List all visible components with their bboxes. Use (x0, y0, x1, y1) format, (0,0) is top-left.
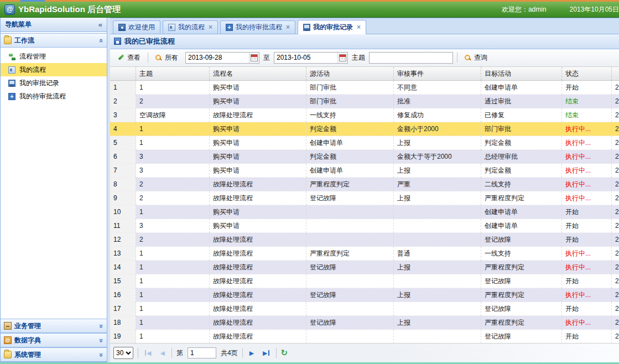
column-header-1[interactable]: 流程名 (210, 67, 306, 80)
table-row[interactable]: 171故障处理流程登记故障开始2 (110, 302, 619, 316)
table-row[interactable]: 101购买申请创建申请单开始2 (110, 205, 619, 219)
toolbar-separator (457, 53, 457, 63)
column-header-2[interactable]: 源活动 (306, 67, 394, 80)
table-row[interactable]: 141故障处理流程登记故障上报严重程度判定执行中...2 (110, 261, 619, 274)
table-row[interactable]: 3空调故障故障处理流程一线支持修复成功已修复结束2 (110, 108, 619, 122)
chevron-up-icon[interactable]: « (97, 38, 106, 42)
sidebar-item-label: 我的待审批流程 (19, 92, 66, 101)
clipped-date-cell: 2 (612, 81, 619, 95)
cell-4: 一线支持 (481, 247, 562, 261)
row-number-cell: 16 (110, 288, 136, 302)
accordion-panel-label: 数据字典 (14, 336, 41, 345)
column-header-0[interactable]: 主题 (136, 67, 210, 80)
page-size-select[interactable]: 30 (113, 347, 133, 359)
table-row[interactable]: 51购买申请创建申请单上报判定金额执行中...2 (110, 136, 619, 150)
sidebar-item-3[interactable]: 我的待审批流程 (1, 90, 107, 103)
tab-3[interactable]: 我的审批记录× (298, 20, 366, 34)
table-row[interactable]: 181故障处理流程登记故障上报严重程度判定执行中...2 (110, 316, 619, 330)
cell-3 (394, 330, 481, 343)
close-icon[interactable]: × (357, 23, 361, 31)
table-row[interactable]: 73购买申请创建申请单上报判定金额执行中...2 (110, 164, 619, 178)
sidebar-item-0[interactable]: 流程管理 (1, 50, 107, 63)
cell-4: 判定金额 (481, 136, 562, 150)
row-number-cell: 3 (110, 108, 136, 122)
date-from-trigger[interactable] (249, 53, 259, 63)
prev-page-button[interactable]: ◀ (158, 350, 167, 357)
app-logo-icon: @ (4, 4, 15, 15)
refresh-icon[interactable]: ↻ (281, 349, 288, 357)
tab-1[interactable]: 我的流程× (163, 20, 218, 34)
cell-3 (394, 302, 481, 316)
gear-icon (118, 24, 126, 31)
cell-0: 1 (136, 316, 210, 330)
table-row[interactable]: 161故障处理流程登记故障上报严重程度判定执行中...2 (110, 288, 619, 302)
all-button-label: 所有 (165, 53, 178, 63)
cell-3: 不同意 (394, 81, 481, 95)
chevron-down-icon[interactable]: » (97, 324, 106, 327)
cell-2: 严重程度判定 (306, 247, 394, 261)
grid-panel-title: 我的已审批流程 (124, 37, 175, 46)
welcome-text: 欢迎您：admin (502, 5, 547, 14)
close-icon[interactable]: × (286, 23, 290, 31)
table-row[interactable]: 11购买申请部门审批不同意创建申请单开始2 (110, 81, 619, 95)
last-page-button[interactable]: ▶ (261, 350, 271, 357)
row-number-cell: 11 (110, 219, 136, 233)
accordion-panel-0[interactable]: 业务管理» (1, 319, 107, 333)
close-icon[interactable]: × (209, 23, 212, 31)
first-page-button[interactable]: ◀ (143, 350, 153, 357)
cell-1: 故障处理流程 (210, 288, 306, 302)
cell-4: 创建申请单 (481, 81, 562, 95)
date-to-input[interactable] (274, 54, 337, 61)
column-header-4[interactable]: 目标活动 (481, 67, 562, 80)
accordion-panel-1[interactable]: 数据字典» (1, 333, 107, 347)
table-row[interactable]: 63购买申请判定金额金额大于等于2000总经理审批执行中...2 (110, 150, 619, 164)
row-number-cell: 4 (110, 122, 136, 136)
cell-4: 严重程度判定 (481, 288, 562, 302)
folder-icon (4, 351, 12, 358)
clipped-date-cell: 2 (612, 330, 619, 343)
column-header-3[interactable]: 审核事件 (394, 67, 481, 80)
clipped-date-cell: 2 (612, 122, 619, 136)
table-row[interactable]: 151故障处理流程登记故障开始2 (110, 274, 619, 288)
cell-3: 金额小于2000 (394, 122, 481, 136)
table-row[interactable]: 22购买申请部门审批批准通过审批结束2 (110, 95, 619, 108)
table-row[interactable]: 82故障处理流程严重程度判定严重二线支持执行中...2 (110, 178, 619, 191)
view-button[interactable]: 查看 (114, 51, 144, 64)
search-icon (155, 54, 162, 61)
cell-2: 判定金额 (306, 122, 394, 136)
table-row[interactable]: 131故障处理流程严重程度判定普通一线支持执行中...2 (110, 247, 619, 261)
chevron-down-icon[interactable]: » (97, 352, 106, 356)
calendar-icon (339, 54, 346, 61)
all-button[interactable]: 所有 (152, 51, 181, 64)
cell-3: 上报 (394, 136, 481, 150)
date-from-input[interactable] (186, 54, 249, 61)
cell-0: 1 (136, 261, 210, 274)
table-row[interactable]: 191故障处理流程登记故障开始2 (110, 330, 619, 343)
cell-4: 登记故障 (481, 302, 562, 316)
cell-1: 购买申请 (210, 150, 306, 164)
cell-1: 故障处理流程 (210, 330, 306, 343)
accordion-panel-2[interactable]: 系统管理» (1, 347, 107, 362)
browser-tab-remnant (20, 0, 45, 2)
tab-2[interactable]: 我的待审批流程× (220, 20, 295, 34)
page-number-input[interactable] (188, 347, 216, 358)
subject-input[interactable] (369, 52, 453, 64)
cell-1: 故障处理流程 (210, 108, 306, 122)
chevron-down-icon[interactable]: » (97, 338, 106, 342)
cell-1: 购买申请 (210, 136, 306, 150)
table-row[interactable]: 122故障处理流程登记故障开始2 (110, 233, 619, 247)
table-row[interactable]: 41购买申请判定金额金额小于2000部门审批执行中...2 (110, 122, 619, 136)
query-button[interactable]: 查询 (461, 51, 491, 64)
sidebar-item-2[interactable]: 我的审批记录 (1, 76, 107, 90)
sidebar-collapse-icon[interactable]: « (98, 20, 102, 29)
table-row[interactable]: 113购买申请创建申请单开始2 (110, 219, 619, 233)
sidebar-item-1[interactable]: 我的流程 (1, 63, 107, 76)
next-page-button[interactable]: ▶ (247, 350, 256, 357)
tab-0[interactable]: 欢迎使用 (113, 20, 160, 34)
table-row[interactable]: 92故障处理流程登记故障上报严重程度判定执行中...2 (110, 191, 619, 205)
status-cell: 结束 (562, 95, 612, 108)
date-to-trigger[interactable] (337, 53, 347, 63)
accordion-panel-workflow[interactable]: 工作流 « (1, 33, 107, 48)
cell-0: 2 (136, 233, 210, 247)
column-header-5[interactable]: 状态 (562, 67, 612, 80)
